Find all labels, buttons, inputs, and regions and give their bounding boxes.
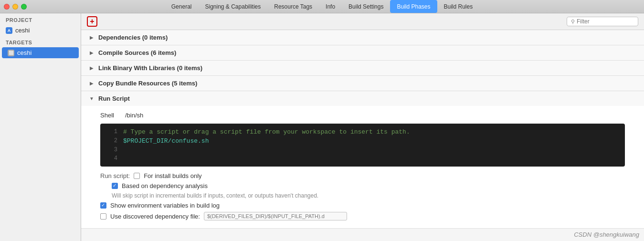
- tab-resource-tags[interactable]: Resource Tags: [267, 0, 319, 13]
- phase-copy-bundle-header[interactable]: ▶ Copy Bundle Resources (5 items): [81, 76, 644, 91]
- chevron-expanded-icon: ▼: [89, 96, 95, 101]
- chevron-icon: ▶: [89, 50, 95, 55]
- tab-list: General Signing & Capabilities Resource …: [165, 0, 479, 13]
- targets-section-title: TARGETS: [0, 36, 81, 47]
- project-section-title: PROJECT: [0, 13, 81, 25]
- filter-box: ⚲: [567, 17, 638, 26]
- script-line-3: 3: [100, 146, 625, 154]
- phase-run-script-title: Run Script: [98, 95, 130, 102]
- sidebar-item-project[interactable]: A ceshi: [0, 25, 81, 36]
- tab-build-rules[interactable]: Build Rules: [437, 0, 480, 13]
- based-on-option-row: Based on dependency analysis: [112, 182, 625, 189]
- use-discovered-label: Use discovered dependency file:: [110, 213, 200, 220]
- filter-icon: ⚲: [571, 19, 575, 25]
- tab-build-settings[interactable]: Build Settings: [342, 0, 390, 13]
- main-layout: PROJECT A ceshi TARGETS ⬜ ceshi + ⚲ ▶: [0, 13, 644, 241]
- show-env-checkbox[interactable]: [100, 202, 106, 209]
- top-bar: General Signing & Capabilities Resource …: [0, 0, 644, 13]
- phase-compile-header[interactable]: ▶ Compile Sources (6 items): [81, 45, 644, 60]
- phase-link-binary-title: Link Binary With Libraries (0 items): [98, 64, 202, 72]
- content-area: + ⚲ ▶ Dependencies (0 items) ▶ Compile S…: [81, 13, 644, 241]
- phase-dependencies: ▶ Dependencies (0 items): [81, 30, 644, 45]
- phases-content: ▶ Dependencies (0 items) ▶ Compile Sourc…: [81, 30, 644, 241]
- use-discovered-option-row: Use discovered dependency file:: [100, 212, 625, 220]
- line-number-1: 1: [106, 128, 117, 135]
- window-controls: [4, 4, 27, 10]
- run-script-option-row: Run script: For install builds only: [100, 172, 625, 179]
- phase-run-script-expanded: Shell /bin/sh 1 # Type a script or drag …: [81, 106, 644, 228]
- chevron-icon: ▶: [89, 65, 95, 71]
- add-phase-button[interactable]: +: [87, 16, 97, 27]
- line-number-2: 2: [106, 137, 117, 144]
- tab-info[interactable]: Info: [319, 0, 342, 13]
- phase-link-binary: ▶ Link Binary With Libraries (0 items): [81, 61, 644, 76]
- shell-label: Shell: [100, 112, 119, 119]
- target-name: ceshi: [17, 49, 32, 56]
- tab-build-phases[interactable]: Build Phases: [390, 0, 437, 13]
- show-env-option-row: Show environment variables in build log: [100, 202, 625, 209]
- phase-link-binary-header[interactable]: ▶ Link Binary With Libraries (0 items): [81, 61, 644, 75]
- project-name: ceshi: [15, 27, 30, 34]
- for-install-label: For install builds only: [144, 172, 201, 179]
- phase-dependencies-title: Dependencies (0 items): [98, 34, 168, 41]
- phase-copy-bundle-title: Copy Bundle Resources (5 items): [98, 80, 197, 87]
- watermark: CSDN @shengkuiwang: [574, 231, 639, 238]
- filter-input[interactable]: [577, 18, 634, 25]
- show-env-label: Show environment variables in build log: [110, 202, 220, 209]
- based-on-checkbox[interactable]: [112, 183, 118, 189]
- phase-run-script-header[interactable]: ▼ Run Script: [81, 91, 644, 106]
- project-icon: A: [6, 27, 12, 34]
- based-on-label: Based on dependency analysis: [122, 182, 208, 189]
- use-discovered-checkbox[interactable]: [100, 213, 106, 220]
- line-code-2: $PROJECT_DIR/confuse.sh: [123, 137, 209, 145]
- line-code-1: # Type a script or drag a script file fr…: [123, 128, 410, 136]
- dep-file-input[interactable]: [204, 212, 347, 220]
- tab-general[interactable]: General: [165, 0, 199, 13]
- maximize-button[interactable]: [21, 4, 27, 10]
- content-toolbar: + ⚲: [81, 13, 644, 30]
- for-install-checkbox[interactable]: [134, 173, 140, 179]
- based-on-sublabel: Will skip script in incremental builds i…: [112, 192, 625, 199]
- minimize-button[interactable]: [12, 4, 18, 10]
- shell-value: /bin/sh: [125, 112, 143, 119]
- phase-compile-title: Compile Sources (6 items): [98, 49, 176, 56]
- options-section: Run script: For install builds only Base…: [100, 172, 625, 220]
- phase-compile: ▶ Compile Sources (6 items): [81, 45, 644, 61]
- line-number-4: 4: [106, 155, 117, 162]
- chevron-icon: ▶: [89, 81, 95, 86]
- run-script-label: Run script:: [100, 172, 130, 179]
- phase-run-script: ▼ Run Script Shell /bin/sh 1 # Type a sc: [81, 91, 644, 229]
- close-button[interactable]: [4, 4, 10, 10]
- phase-dependencies-header[interactable]: ▶ Dependencies (0 items): [81, 30, 644, 45]
- sidebar: PROJECT A ceshi TARGETS ⬜ ceshi: [0, 13, 81, 241]
- script-line-1: 1 # Type a script or drag a script file …: [100, 127, 625, 136]
- phase-copy-bundle: ▶ Copy Bundle Resources (5 items): [81, 76, 644, 91]
- script-editor[interactable]: 1 # Type a script or drag a script file …: [100, 124, 625, 167]
- script-line-2: 2 $PROJECT_DIR/confuse.sh: [100, 136, 625, 146]
- target-icon: ⬜: [8, 50, 14, 56]
- chevron-icon: ▶: [89, 35, 95, 40]
- tab-signing[interactable]: Signing & Capabilities: [198, 0, 267, 13]
- sidebar-item-target[interactable]: ⬜ ceshi: [2, 47, 79, 58]
- script-line-4: 4: [100, 154, 625, 163]
- shell-row: Shell /bin/sh: [100, 112, 625, 119]
- line-number-3: 3: [106, 147, 117, 153]
